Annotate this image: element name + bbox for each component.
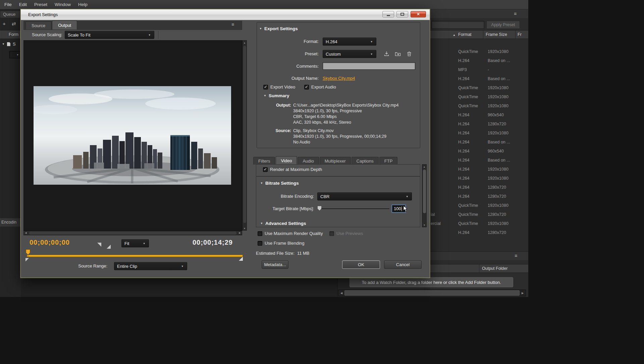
view-tab[interactable]: Output <box>52 20 77 29</box>
use-max-render-quality-checkbox[interactable]: ✓ Use Maximum Render Quality <box>258 231 323 236</box>
preset-row[interactable]: QuickTime 1920x1080 <box>430 201 528 210</box>
export-audio-checkbox[interactable]: ✓ Export Audio <box>304 84 336 89</box>
preset-row[interactable]: H.264 1920x1080 <box>430 129 528 138</box>
scroll-right-icon[interactable]: ▶ <box>520 290 526 296</box>
settings-tab[interactable]: Filters <box>253 157 275 165</box>
duplicate-icon[interactable]: ⇄ <box>12 21 16 27</box>
timeline-track[interactable] <box>27 255 243 257</box>
save-preset-icon[interactable] <box>383 50 390 57</box>
preset-row[interactable]: H.264 1280x720 <box>430 192 528 201</box>
video-settings-scrollbar[interactable]: ▲ ▼ <box>422 164 427 227</box>
checkbox-box[interactable]: ✓ <box>304 85 309 89</box>
preset-row[interactable]: ercial QuickTime 1920x1080 <box>430 219 528 228</box>
ok-button[interactable]: OK <box>342 260 380 269</box>
summary-header[interactable]: ▼ Summary <box>264 93 289 98</box>
encoding-panel-tab[interactable]: Encodin <box>0 218 21 227</box>
maximize-button[interactable] <box>396 11 408 17</box>
preset-row[interactable]: H.264 Based on ... <box>430 138 528 147</box>
queue-panel-tab[interactable]: Queue <box>0 11 20 18</box>
preset-row[interactable]: MP3 - <box>430 65 528 74</box>
preset-row[interactable]: QuickTime 1920x1080 <box>430 93 528 102</box>
menu-item[interactable]: File <box>1 0 15 9</box>
source-range-dropdown[interactable]: Entire Clip ▼ <box>114 262 187 270</box>
slider-thumb[interactable] <box>318 206 321 210</box>
import-preset-icon[interactable] <box>394 50 401 57</box>
render-max-depth-checkbox[interactable]: ✓ Render at Maximum Depth <box>263 167 322 172</box>
settings-tab[interactable]: Video <box>276 156 297 165</box>
format-dropdown[interactable]: H.264 ▼ <box>323 38 376 46</box>
expand-triangle-icon[interactable]: ▼ <box>2 43 5 46</box>
export-video-checkbox[interactable]: ✓ Export Video <box>263 84 295 89</box>
use-frame-blending-checkbox[interactable]: ✓ Use Frame Blending <box>258 241 305 246</box>
preset-row[interactable]: QuickTime 1920x1080 <box>430 47 528 56</box>
delete-preset-icon[interactable] <box>406 50 413 57</box>
set-out-point-button[interactable] <box>107 245 111 249</box>
preset-row[interactable]: H.264 1920x1080 <box>430 174 528 183</box>
scroll-right-icon[interactable]: ▶ <box>238 231 242 235</box>
output-folder-column-header[interactable]: Output Folder <box>430 264 528 273</box>
range-start-handle[interactable] <box>25 258 29 261</box>
preset-dropdown[interactable]: Custom ▼ <box>323 50 376 58</box>
preset-search-input[interactable] <box>431 21 484 29</box>
menu-item[interactable]: Edit <box>15 0 31 9</box>
disclosure-triangle-icon[interactable]: ▼ <box>260 222 263 225</box>
horizontal-scrollbar[interactable]: ◀ ▶ <box>338 290 526 296</box>
preview-vertical-scrollbar[interactable]: ▲ ▼ <box>242 40 247 231</box>
dialog-titlebar[interactable]: Export Settings ✕ <box>21 9 430 20</box>
cancel-button[interactable]: Cancel <box>384 260 422 269</box>
scrollbar-thumb[interactable] <box>344 290 520 296</box>
queue-item[interactable]: ▼ S <box>2 42 16 47</box>
checkbox-box[interactable]: ✓ <box>263 167 268 172</box>
bitrate-settings-header[interactable]: ▼ Bitrate Settings <box>260 181 299 186</box>
metadata-button[interactable]: Metadata... <box>262 260 288 269</box>
scrollbar-thumb[interactable] <box>29 232 236 235</box>
scrollbar-thumb[interactable] <box>243 46 246 223</box>
preset-row[interactable]: H.264 Based on ... <box>430 74 528 83</box>
preset-table-header[interactable]: ▲ Format Frame Size Fr <box>430 30 528 39</box>
scroll-up-icon[interactable]: ▲ <box>422 165 426 169</box>
column-frame-rate[interactable]: Fr <box>518 31 522 39</box>
scroll-up-icon[interactable]: ▲ <box>243 41 247 45</box>
preset-row[interactable]: H.264 1280x720 <box>430 228 528 237</box>
zoom-dropdown[interactable]: Fit ▼ <box>121 239 149 247</box>
range-end-handle[interactable] <box>239 257 243 261</box>
source-scaling-dropdown[interactable]: Scale To Fit ▼ <box>65 31 154 39</box>
disclosure-triangle-icon[interactable]: ▼ <box>259 27 262 30</box>
scroll-down-icon[interactable]: ▼ <box>422 223 426 227</box>
advanced-settings-header[interactable]: ▼ Advanced Settings <box>260 221 306 226</box>
preset-row[interactable]: H.264 960x540 <box>430 147 528 156</box>
settings-tab[interactable]: Audio <box>298 157 319 165</box>
panel-menu-icon[interactable]: ≡ <box>514 11 517 16</box>
settings-tab[interactable]: FTP <box>379 157 398 165</box>
bitrate-encoding-dropdown[interactable]: CBR ▼ <box>317 192 412 200</box>
set-in-point-button[interactable] <box>97 243 101 247</box>
playhead-marker[interactable] <box>26 249 30 255</box>
comments-input[interactable] <box>323 62 415 70</box>
output-name-link[interactable]: Skybox City.mp4 <box>323 74 355 82</box>
preset-row[interactable]: H.264 960x540 <box>430 111 528 120</box>
preset-row[interactable]: QuickTime 1920x1080 <box>430 102 528 111</box>
settings-tab[interactable]: Captions <box>352 157 379 165</box>
disclosure-triangle-icon[interactable]: ▼ <box>260 182 263 185</box>
close-button[interactable]: ✕ <box>411 11 426 17</box>
preset-row[interactable]: H.264 1280x720 <box>430 120 528 129</box>
preset-row[interactable]: H.264 1920x1080 <box>430 165 528 174</box>
disclosure-triangle-icon[interactable]: ▼ <box>264 94 266 97</box>
column-format[interactable]: Format <box>458 31 472 39</box>
checkbox-box[interactable]: ✓ <box>258 241 262 246</box>
minimize-button[interactable] <box>382 11 394 17</box>
settings-tab[interactable]: Multiplexer <box>320 157 351 165</box>
scroll-left-icon[interactable]: ◀ <box>338 290 344 296</box>
panel-menu-icon[interactable]: ≡ <box>515 253 517 258</box>
view-tab[interactable]: Source <box>25 21 51 29</box>
scroll-down-icon[interactable]: ▼ <box>243 226 247 230</box>
export-settings-header[interactable]: ▼ Export Settings <box>259 26 298 31</box>
scrollbar-thumb[interactable] <box>423 170 426 213</box>
preset-row[interactable]: QuickTime 1920x1080 <box>430 83 528 93</box>
menu-item[interactable]: Preset <box>31 0 51 9</box>
preview-horizontal-scrollbar[interactable]: ◀ ▶ <box>23 231 242 235</box>
apply-preset-button[interactable]: Apply Preset <box>486 21 520 29</box>
add-source-icon[interactable]: + <box>3 21 6 27</box>
checkbox-box[interactable]: ✓ <box>263 85 268 89</box>
preset-row[interactable]: ial QuickTime 1280x720 <box>430 210 528 219</box>
